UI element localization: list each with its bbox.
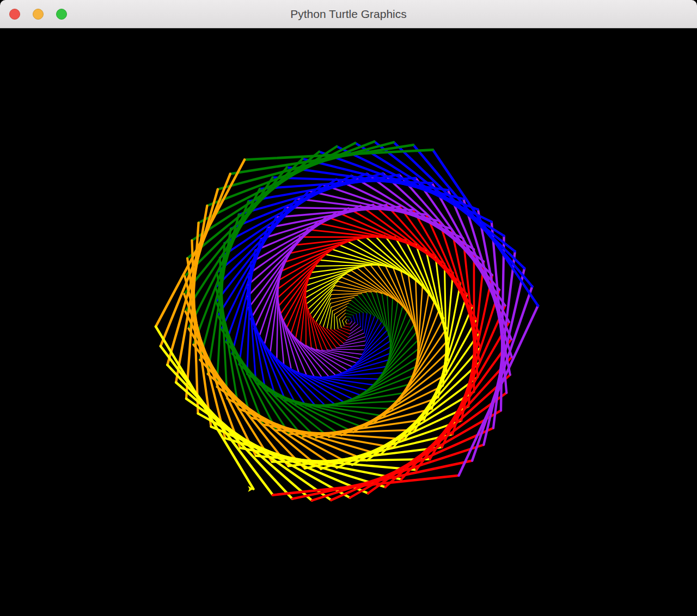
spiral-drawing (0, 28, 697, 616)
turtle-canvas (0, 28, 697, 616)
window-controls (9, 0, 67, 28)
maximize-button[interactable] (56, 9, 67, 20)
titlebar[interactable]: Python Turtle Graphics (0, 0, 697, 28)
window-title: Python Turtle Graphics (0, 8, 697, 21)
minimize-button[interactable] (33, 9, 44, 20)
close-button[interactable] (9, 9, 20, 20)
turtle-graphics-window: Python Turtle Graphics (0, 0, 697, 616)
